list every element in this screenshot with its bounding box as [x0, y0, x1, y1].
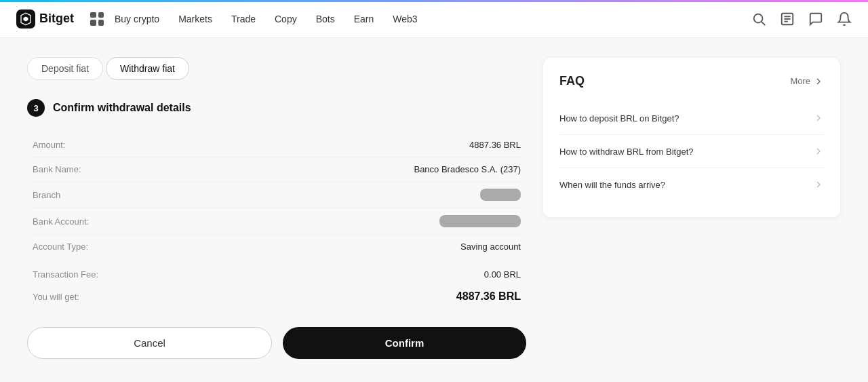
bank-name-label: Bank Name: — [33, 164, 81, 174]
orders-icon[interactable] — [780, 12, 795, 26]
faq-more-label: More — [790, 76, 810, 86]
brand-name: Bitget — [39, 12, 74, 26]
nav-markets[interactable]: Markets — [178, 14, 212, 24]
branch-label: Branch — [33, 190, 60, 200]
faq-item-text-2: When will the funds arrive? — [559, 180, 665, 190]
left-panel: Deposit fiat Withdraw fiat 3 Confirm wit… — [27, 57, 526, 359]
faq-header: FAQ More — [559, 74, 824, 88]
svg-line-2 — [762, 22, 765, 25]
fee-row: Transaction Fee: 0.00 BRL — [33, 264, 521, 285]
logo[interactable]: Bitget — [16, 9, 74, 28]
detail-row-amount: Amount: 4887.36 BRL — [33, 133, 521, 157]
faq-chevron-icon-2 — [813, 179, 824, 190]
right-panel: FAQ More How to deposit BRL on Bitget? H… — [542, 57, 841, 359]
transaction-fee-label: Transaction Fee: — [33, 269, 98, 280]
grid-icon[interactable] — [90, 12, 104, 26]
nav-right-icons — [751, 12, 852, 26]
fee-section: Transaction Fee: 0.00 BRL You will get: … — [27, 264, 526, 308]
you-get-row: You will get: 4887.36 BRL — [33, 285, 521, 308]
cancel-button[interactable]: Cancel — [27, 327, 272, 359]
amount-value: 4887.36 BRL — [469, 140, 521, 150]
chevron-right-icon — [813, 76, 824, 87]
faq-more-button[interactable]: More — [790, 76, 824, 87]
nav-links: Buy crypto Markets Trade Copy Bots Earn … — [115, 14, 418, 24]
action-buttons: Cancel Confirm — [27, 327, 526, 359]
nav-buy-crypto[interactable]: Buy crypto — [115, 14, 159, 24]
withdrawal-details: Amount: 4887.36 BRL Bank Name: Banco Bra… — [27, 133, 526, 259]
bank-account-label: Bank Account: — [33, 216, 89, 227]
detail-row-account-type: Account Type: Saving account — [33, 235, 521, 259]
step-title: Confirm withdrawal details — [53, 102, 191, 114]
step-badge: 3 — [27, 99, 45, 117]
faq-chevron-icon-0 — [813, 113, 824, 123]
nav-earn[interactable]: Earn — [354, 14, 374, 24]
detail-row-bank-account: Bank Account: — [33, 208, 521, 235]
navbar: Bitget Buy crypto Markets Trade Copy Bot… — [0, 0, 868, 38]
search-icon[interactable] — [751, 12, 766, 26]
faq-item-2[interactable]: When will the funds arrive? — [559, 168, 824, 201]
page-content: Deposit fiat Withdraw fiat 3 Confirm wit… — [0, 38, 868, 378]
tab-withdraw-fiat[interactable]: Withdraw fiat — [106, 57, 189, 80]
faq-chevron-icon-1 — [813, 146, 824, 157]
faq-item-text-1: How to withdraw BRL from Bitget? — [559, 147, 693, 157]
tab-deposit-fiat[interactable]: Deposit fiat — [27, 57, 103, 80]
tabs: Deposit fiat Withdraw fiat — [27, 57, 526, 80]
account-type-label: Account Type: — [33, 242, 88, 252]
faq-card: FAQ More How to deposit BRL on Bitget? H… — [542, 57, 841, 218]
account-type-value: Saving account — [460, 242, 521, 252]
transaction-fee-value: 0.00 BRL — [484, 269, 521, 280]
confirm-button[interactable]: Confirm — [283, 327, 526, 359]
faq-title: FAQ — [559, 74, 585, 88]
bank-name-value: Banco Bradesco S.A. (237) — [414, 164, 521, 174]
detail-row-bank-name: Bank Name: Banco Bradesco S.A. (237) — [33, 157, 521, 182]
detail-row-branch: Branch — [33, 182, 521, 208]
bank-account-value — [439, 215, 521, 227]
nav-copy[interactable]: Copy — [275, 14, 297, 24]
nav-trade[interactable]: Trade — [231, 14, 256, 24]
step-header: 3 Confirm withdrawal details — [27, 99, 526, 117]
bitget-logo-icon — [16, 9, 35, 28]
faq-item-1[interactable]: How to withdraw BRL from Bitget? — [559, 135, 824, 168]
faq-item-0[interactable]: How to deposit BRL on Bitget? — [559, 102, 824, 135]
notification-icon[interactable] — [837, 12, 852, 26]
amount-label: Amount: — [33, 140, 65, 150]
svg-point-1 — [754, 14, 763, 22]
messages-icon[interactable] — [808, 12, 823, 26]
you-get-label: You will get: — [33, 292, 79, 302]
you-get-value: 4887.36 BRL — [456, 290, 521, 303]
nav-web3[interactable]: Web3 — [393, 14, 417, 24]
branch-value — [480, 189, 521, 201]
faq-item-text-0: How to deposit BRL on Bitget? — [559, 113, 679, 123]
nav-bots[interactable]: Bots — [316, 14, 335, 24]
